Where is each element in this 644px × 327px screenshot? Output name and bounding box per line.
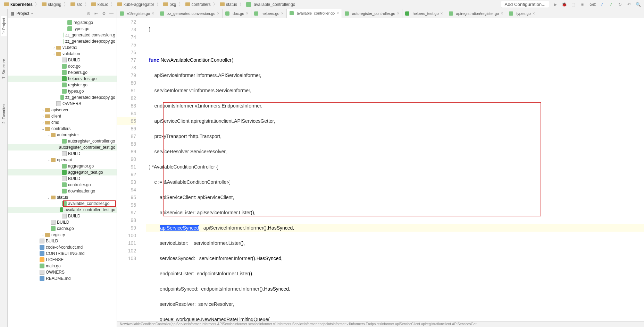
tree-item[interactable]: BUILD bbox=[8, 213, 117, 219]
close-icon[interactable]: × bbox=[501, 11, 503, 16]
close-icon[interactable]: × bbox=[152, 11, 154, 16]
tree-item[interactable]: OWNERS bbox=[8, 269, 117, 275]
tree-item[interactable]: aggregator_test.go bbox=[8, 169, 117, 175]
tree-item[interactable]: available_controller_test.go bbox=[8, 207, 117, 213]
breadcrumb-item[interactable]: controllers bbox=[184, 1, 212, 8]
expand-icon[interactable]: ⌄ bbox=[47, 133, 51, 137]
stop-icon[interactable]: ■ bbox=[579, 1, 585, 8]
close-icon[interactable]: × bbox=[441, 11, 443, 16]
tree-item[interactable]: ›client bbox=[8, 113, 117, 119]
editor-tab[interactable]: v1\register.go× bbox=[117, 9, 157, 18]
git-revert-icon[interactable]: ↶ bbox=[626, 1, 632, 8]
coverage-icon[interactable]: ⬚ bbox=[570, 1, 576, 8]
chevron-down-icon[interactable]: ▾ bbox=[31, 12, 33, 15]
project-view-icon[interactable]: ▦ bbox=[10, 11, 14, 16]
tree-item[interactable]: zz_generated.deepcopy.go bbox=[8, 94, 117, 101]
tree-item[interactable]: README.md bbox=[8, 275, 117, 282]
tree-item[interactable]: ›cmd bbox=[8, 119, 117, 126]
editor-tab[interactable]: helpers.go× bbox=[251, 9, 286, 18]
tree-item[interactable]: CONTRIBUTING.md bbox=[8, 250, 117, 257]
tree-item[interactable]: OWNERS bbox=[8, 101, 117, 107]
tree-item[interactable]: ⌄status bbox=[8, 194, 117, 200]
tree-item[interactable]: ›v1beta1 bbox=[8, 44, 117, 51]
tree-item[interactable]: zz_generated.conversion.g bbox=[8, 32, 117, 38]
tree-item[interactable]: controller.go bbox=[8, 182, 117, 188]
expand-icon[interactable]: › bbox=[41, 121, 45, 124]
tree-item[interactable]: types.go bbox=[8, 26, 117, 32]
breadcrumb-item[interactable]: pkg bbox=[162, 1, 177, 8]
gear-icon[interactable]: ⚙ bbox=[101, 11, 106, 16]
locate-icon[interactable]: ⊙ bbox=[86, 11, 91, 16]
tree-item[interactable]: helpers.go bbox=[8, 69, 117, 76]
git-history-icon[interactable]: ↻ bbox=[617, 1, 623, 8]
tree-item[interactable]: BUILD bbox=[8, 219, 117, 225]
expand-icon[interactable]: › bbox=[52, 52, 56, 56]
editor-tab[interactable]: zz_generated.conversion.go× bbox=[157, 9, 223, 18]
editor-tab[interactable]: autoregister_controller.go× bbox=[342, 9, 402, 18]
vtab-favorites[interactable]: 2: Favorites bbox=[1, 102, 7, 126]
tree-item[interactable]: doc.go bbox=[8, 63, 117, 69]
expand-icon[interactable]: › bbox=[41, 114, 45, 118]
tree-item[interactable]: ⌄autoregister bbox=[8, 132, 117, 138]
editor-tab[interactable]: helpers_test.go× bbox=[402, 9, 446, 18]
vtab-project[interactable]: 1: Project bbox=[1, 16, 7, 36]
editor-tab[interactable]: types.go× bbox=[506, 9, 538, 18]
collapse-icon[interactable]: ⇤ bbox=[94, 11, 99, 16]
expand-icon[interactable]: ⌄ bbox=[47, 158, 51, 162]
tree-item[interactable]: register.go bbox=[8, 19, 117, 26]
tree-item[interactable]: main.go bbox=[8, 263, 117, 269]
git-update-icon[interactable]: ✓ bbox=[599, 1, 605, 8]
expand-icon[interactable]: › bbox=[41, 233, 45, 237]
add-configuration-button[interactable]: Add Configuration... bbox=[501, 1, 550, 8]
close-icon[interactable]: × bbox=[336, 11, 339, 16]
close-icon[interactable]: × bbox=[217, 11, 219, 16]
tree-item[interactable]: BUILD bbox=[8, 57, 117, 63]
tree-item[interactable]: LICENSE bbox=[8, 257, 117, 263]
expand-icon[interactable]: › bbox=[52, 46, 56, 50]
editor-tab[interactable]: apiregistration\register.go× bbox=[446, 9, 507, 18]
breadcrumb-item[interactable]: kube-aggregator bbox=[116, 1, 156, 8]
project-tree[interactable]: register.gotypes.gozz_generated.conversi… bbox=[8, 18, 117, 327]
debug-icon[interactable]: 🐞 bbox=[561, 1, 567, 8]
close-icon[interactable]: × bbox=[397, 11, 399, 16]
close-icon[interactable]: × bbox=[246, 11, 248, 16]
tree-item[interactable]: code-of-conduct.md bbox=[8, 244, 117, 250]
breadcrumb-item[interactable]: kubernetes bbox=[3, 1, 34, 8]
vtab-structure[interactable]: 7: Structure bbox=[1, 57, 7, 81]
tree-item[interactable]: zz_generated.deepcopy.go bbox=[8, 38, 117, 44]
git-commit-icon[interactable]: ✓ bbox=[608, 1, 614, 8]
expand-icon[interactable]: ⌄ bbox=[47, 196, 51, 199]
expand-icon[interactable]: › bbox=[41, 108, 45, 112]
breadcrumb-item[interactable]: staging bbox=[40, 1, 63, 8]
breadcrumb-item[interactable]: status bbox=[218, 1, 239, 8]
code-editor[interactable]: 7273747576777879808182838485868788899091… bbox=[117, 18, 644, 327]
tree-item[interactable]: autoregister_controller.go bbox=[8, 138, 117, 144]
search-icon[interactable]: 🔍 bbox=[635, 1, 641, 8]
editor-tab[interactable]: doc.go× bbox=[223, 9, 251, 18]
tree-item[interactable]: ⌄openapi bbox=[8, 157, 117, 163]
tree-item[interactable]: ⌄controllers bbox=[8, 126, 117, 132]
expand-icon[interactable]: ⌄ bbox=[41, 127, 45, 131]
close-icon[interactable]: × bbox=[533, 11, 535, 16]
hide-icon[interactable]: — bbox=[109, 11, 114, 16]
tree-item[interactable]: autoregister_controller_test.go bbox=[8, 144, 117, 150]
tree-item[interactable]: downloader.go bbox=[8, 188, 117, 194]
tree-item[interactable]: ›registry bbox=[8, 232, 117, 238]
breadcrumb-item[interactable]: src bbox=[69, 1, 84, 8]
tree-item[interactable]: aggregator.go bbox=[8, 163, 117, 169]
code-content[interactable]: } func NewAvailableConditionController( … bbox=[146, 18, 644, 327]
tree-item[interactable]: BUILD bbox=[8, 238, 117, 244]
tree-item[interactable]: register.go bbox=[8, 82, 117, 88]
close-icon[interactable]: × bbox=[281, 11, 284, 16]
tree-item[interactable]: ›apiserver bbox=[8, 107, 117, 113]
tree-item[interactable]: BUILD bbox=[8, 175, 117, 182]
tree-item[interactable]: helpers_test.go bbox=[8, 76, 117, 82]
tree-item[interactable]: cache.go bbox=[8, 225, 117, 232]
tree-item[interactable]: available_controller.go bbox=[8, 200, 117, 207]
tree-item[interactable]: ›validation bbox=[8, 51, 117, 57]
breadcrumb-item[interactable]: k8s.io bbox=[90, 1, 110, 8]
breadcrumb-item[interactable]: available_controller.go bbox=[245, 1, 296, 8]
editor-tab[interactable]: available_controller.go× bbox=[287, 9, 342, 18]
run-icon[interactable]: ▶ bbox=[552, 1, 558, 8]
tree-item[interactable]: types.go bbox=[8, 88, 117, 94]
